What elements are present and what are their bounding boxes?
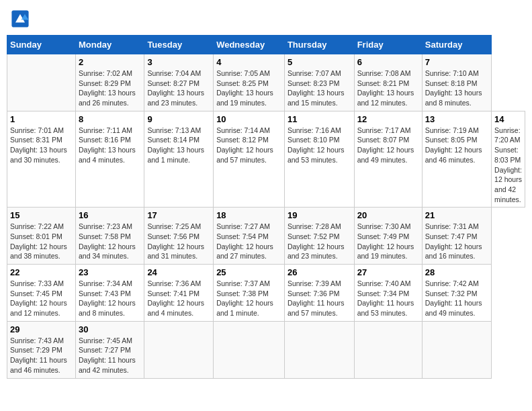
day-number: 8 <box>79 114 141 124</box>
day-number: 23 <box>79 267 141 277</box>
day-number: 6 <box>357 57 419 67</box>
day-info: Sunrise: 7:02 AMSunset: 8:29 PMDaylight:… <box>79 68 141 108</box>
calendar-day-cell: 7Sunrise: 7:10 AMSunset: 8:18 PMDaylight… <box>422 54 491 111</box>
day-number: 10 <box>216 114 281 124</box>
day-info: Sunrise: 7:20 AMSunset: 8:03 PMDaylight:… <box>494 126 522 205</box>
day-number: 22 <box>10 267 73 277</box>
calendar-day-cell: 24Sunrise: 7:36 AMSunset: 7:41 PMDayligh… <box>144 265 214 322</box>
calendar-day-cell: 1Sunrise: 7:01 AMSunset: 8:31 PMDaylight… <box>7 111 76 208</box>
day-number: 26 <box>287 267 351 277</box>
calendar-day-cell: 13Sunrise: 7:19 AMSunset: 8:05 PMDayligh… <box>422 111 491 208</box>
calendar-week-row: 22Sunrise: 7:33 AMSunset: 7:45 PMDayligh… <box>7 265 525 322</box>
calendar-day-cell <box>284 321 354 378</box>
calendar-week-row: 29Sunrise: 7:43 AMSunset: 7:29 PMDayligh… <box>7 321 525 378</box>
day-info: Sunrise: 7:07 AMSunset: 8:23 PMDaylight:… <box>287 68 351 108</box>
day-number: 2 <box>79 57 141 67</box>
day-number: 24 <box>147 267 210 277</box>
day-info: Sunrise: 7:45 AMSunset: 7:27 PMDaylight:… <box>79 336 141 375</box>
day-info: Sunrise: 7:28 AMSunset: 7:52 PMDaylight:… <box>287 222 351 261</box>
weekday-header-wednesday: Wednesday <box>214 36 285 54</box>
calendar-day-cell: 28Sunrise: 7:42 AMSunset: 7:32 PMDayligh… <box>422 265 491 322</box>
day-info: Sunrise: 7:01 AMSunset: 8:31 PMDaylight:… <box>10 126 73 165</box>
calendar-day-cell: 16Sunrise: 7:23 AMSunset: 7:58 PMDayligh… <box>76 208 144 265</box>
calendar-day-cell: 29Sunrise: 7:43 AMSunset: 7:29 PMDayligh… <box>7 321 76 378</box>
day-number: 28 <box>425 267 488 277</box>
calendar-table: SundayMondayTuesdayWednesdayThursdayFrid… <box>7 35 525 379</box>
day-info: Sunrise: 7:36 AMSunset: 7:41 PMDaylight:… <box>147 279 210 318</box>
day-number: 27 <box>357 267 419 277</box>
weekday-header-monday: Monday <box>76 36 144 54</box>
day-number: 19 <box>287 210 351 220</box>
day-info: Sunrise: 7:22 AMSunset: 8:01 PMDaylight:… <box>10 222 73 261</box>
day-info: Sunrise: 7:23 AMSunset: 7:58 PMDaylight:… <box>79 222 141 261</box>
day-number: 7 <box>425 57 488 67</box>
day-info: Sunrise: 7:33 AMSunset: 7:45 PMDaylight:… <box>10 279 73 318</box>
day-info: Sunrise: 7:08 AMSunset: 8:21 PMDaylight:… <box>357 68 419 108</box>
calendar-week-row: 15Sunrise: 7:22 AMSunset: 8:01 PMDayligh… <box>7 208 525 265</box>
page-header <box>7 7 525 31</box>
weekday-header-tuesday: Tuesday <box>144 36 214 54</box>
calendar-day-cell: 17Sunrise: 7:25 AMSunset: 7:56 PMDayligh… <box>144 208 214 265</box>
calendar-week-row: 1Sunrise: 7:01 AMSunset: 8:31 PMDaylight… <box>7 111 525 208</box>
day-number: 15 <box>10 210 73 220</box>
calendar-day-cell: 9Sunrise: 7:13 AMSunset: 8:14 PMDaylight… <box>144 111 214 208</box>
calendar-day-cell <box>422 321 491 378</box>
calendar-day-cell: 27Sunrise: 7:40 AMSunset: 7:34 PMDayligh… <box>354 265 422 322</box>
calendar-day-cell: 15Sunrise: 7:22 AMSunset: 8:01 PMDayligh… <box>7 208 76 265</box>
day-info: Sunrise: 7:40 AMSunset: 7:34 PMDaylight:… <box>357 279 419 318</box>
logo <box>11 9 32 28</box>
day-info: Sunrise: 7:43 AMSunset: 7:29 PMDaylight:… <box>10 336 73 375</box>
logo-icon <box>11 9 30 28</box>
calendar-week-row: 2Sunrise: 7:02 AMSunset: 8:29 PMDaylight… <box>7 54 525 111</box>
day-info: Sunrise: 7:34 AMSunset: 7:43 PMDaylight:… <box>79 279 141 318</box>
day-number: 17 <box>147 210 210 220</box>
day-info: Sunrise: 7:42 AMSunset: 7:32 PMDaylight:… <box>425 279 488 318</box>
day-number: 11 <box>287 114 351 124</box>
calendar-day-cell: 21Sunrise: 7:31 AMSunset: 7:47 PMDayligh… <box>422 208 491 265</box>
calendar-day-cell: 14Sunrise: 7:20 AMSunset: 8:03 PMDayligh… <box>492 111 525 208</box>
weekday-header-sunday: Sunday <box>7 36 76 54</box>
calendar-day-cell: 25Sunrise: 7:37 AMSunset: 7:38 PMDayligh… <box>214 265 285 322</box>
day-number: 18 <box>216 210 281 220</box>
day-info: Sunrise: 7:05 AMSunset: 8:25 PMDaylight:… <box>216 68 281 108</box>
day-number: 5 <box>287 57 351 67</box>
calendar-day-cell: 20Sunrise: 7:30 AMSunset: 7:49 PMDayligh… <box>354 208 422 265</box>
calendar-day-cell: 23Sunrise: 7:34 AMSunset: 7:43 PMDayligh… <box>76 265 144 322</box>
day-info: Sunrise: 7:31 AMSunset: 7:47 PMDaylight:… <box>425 222 488 261</box>
calendar-day-cell: 11Sunrise: 7:16 AMSunset: 8:10 PMDayligh… <box>284 111 354 208</box>
calendar-day-cell: 2Sunrise: 7:02 AMSunset: 8:29 PMDaylight… <box>76 54 144 111</box>
day-number: 9 <box>147 114 210 124</box>
calendar-day-cell <box>7 54 76 111</box>
day-info: Sunrise: 7:37 AMSunset: 7:38 PMDaylight:… <box>216 279 281 318</box>
weekday-header-row: SundayMondayTuesdayWednesdayThursdayFrid… <box>7 36 525 54</box>
day-info: Sunrise: 7:13 AMSunset: 8:14 PMDaylight:… <box>147 126 210 165</box>
day-info: Sunrise: 7:16 AMSunset: 8:10 PMDaylight:… <box>287 126 351 165</box>
calendar-day-cell: 19Sunrise: 7:28 AMSunset: 7:52 PMDayligh… <box>284 208 354 265</box>
day-number: 12 <box>357 114 419 124</box>
calendar-day-cell <box>144 321 214 378</box>
day-info: Sunrise: 7:27 AMSunset: 7:54 PMDaylight:… <box>216 222 281 261</box>
day-number: 14 <box>494 114 522 124</box>
day-number: 30 <box>79 324 141 334</box>
day-info: Sunrise: 7:17 AMSunset: 8:07 PMDaylight:… <box>357 126 419 165</box>
day-number: 1 <box>10 114 73 124</box>
calendar-day-cell: 12Sunrise: 7:17 AMSunset: 8:07 PMDayligh… <box>354 111 422 208</box>
calendar-day-cell <box>354 321 422 378</box>
day-info: Sunrise: 7:19 AMSunset: 8:05 PMDaylight:… <box>425 126 488 165</box>
day-number: 20 <box>357 210 419 220</box>
calendar-day-cell: 18Sunrise: 7:27 AMSunset: 7:54 PMDayligh… <box>214 208 285 265</box>
calendar-day-cell <box>214 321 285 378</box>
day-number: 25 <box>216 267 281 277</box>
day-number: 21 <box>425 210 488 220</box>
day-info: Sunrise: 7:39 AMSunset: 7:36 PMDaylight:… <box>287 279 351 318</box>
day-number: 3 <box>147 57 210 67</box>
calendar-day-cell: 6Sunrise: 7:08 AMSunset: 8:21 PMDaylight… <box>354 54 422 111</box>
calendar-day-cell: 22Sunrise: 7:33 AMSunset: 7:45 PMDayligh… <box>7 265 76 322</box>
weekday-header-friday: Friday <box>354 36 422 54</box>
calendar-day-cell: 4Sunrise: 7:05 AMSunset: 8:25 PMDaylight… <box>214 54 285 111</box>
calendar-day-cell: 10Sunrise: 7:14 AMSunset: 8:12 PMDayligh… <box>214 111 285 208</box>
calendar-day-cell: 30Sunrise: 7:45 AMSunset: 7:27 PMDayligh… <box>76 321 144 378</box>
day-info: Sunrise: 7:25 AMSunset: 7:56 PMDaylight:… <box>147 222 210 261</box>
day-info: Sunrise: 7:10 AMSunset: 8:18 PMDaylight:… <box>425 68 488 108</box>
calendar-day-cell: 26Sunrise: 7:39 AMSunset: 7:36 PMDayligh… <box>284 265 354 322</box>
